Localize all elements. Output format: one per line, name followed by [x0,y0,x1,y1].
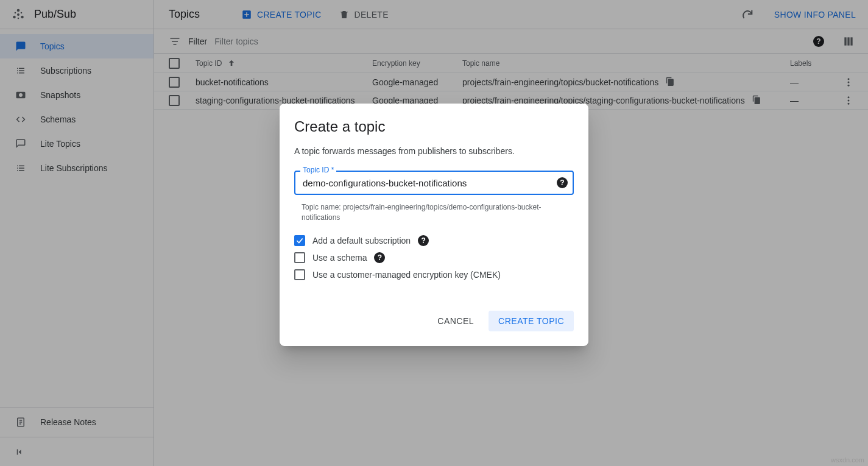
topic-id-input[interactable] [294,171,574,195]
help-icon[interactable]: ? [557,177,568,188]
help-icon[interactable]: ? [374,252,385,263]
create-topic-dialog: Create a topic A topic forwards messages… [280,104,588,346]
cancel-button[interactable]: CANCEL [428,311,484,331]
watermark: wsxdn.com [831,456,864,464]
checkbox-checked-icon[interactable] [294,235,305,246]
option-cmek[interactable]: Use a customer-managed encryption key (C… [294,269,574,280]
checkbox-icon[interactable] [294,269,305,280]
option-use-schema[interactable]: Use a schema ? [294,252,574,263]
dialog-description: A topic forwards messages from publisher… [294,146,574,156]
option-label: Use a schema [312,253,367,263]
modal-overlay[interactable]: Create a topic A topic forwards messages… [0,0,868,466]
topic-id-label: Topic ID * [300,166,336,174]
dialog-actions: CANCEL CREATE TOPIC [294,311,574,331]
create-topic-confirm-button[interactable]: CREATE TOPIC [489,311,574,331]
dialog-title: Create a topic [294,118,574,135]
topic-name-helper: Topic name: projects/frain-engineering/t… [294,200,574,223]
help-icon[interactable]: ? [418,235,429,246]
checkbox-icon[interactable] [294,252,305,263]
option-label: Use a customer-managed encryption key (C… [312,270,501,280]
option-default-subscription[interactable]: Add a default subscription ? [294,235,574,246]
option-label: Add a default subscription [312,236,411,245]
topic-id-field: Topic ID * ? [294,171,574,195]
